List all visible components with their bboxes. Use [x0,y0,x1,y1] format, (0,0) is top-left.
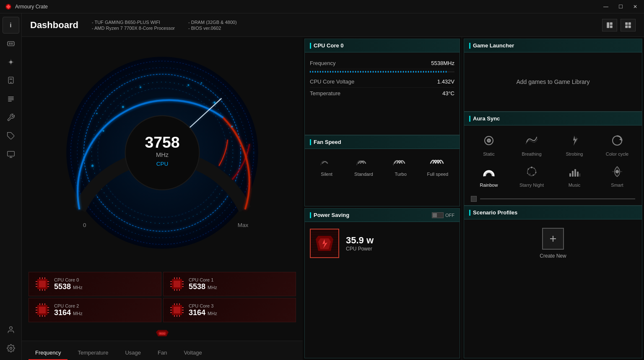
svg-point-20 [9,327,12,330]
spec-bios: - BIOS ver.0602 [188,26,237,31]
sidebar-item-settings[interactable] [3,340,19,357]
layout-icon-2 [624,21,632,29]
cpu-card-1-label: CPU Core 1 [189,277,217,282]
aura-mode-rainbow[interactable]: Rainbow [469,162,509,189]
spec-cpu: - AMD Ryzen 7 7700X 8-Core Processor [92,26,175,31]
aura-colorcycle-label: Color cycle [606,151,628,157]
scenario-profiles-widget: Scenario Profiles Create New [464,206,642,358]
tab-usage[interactable]: Usage [118,346,148,360]
view-toggle-1[interactable] [602,19,617,31]
svg-point-120 [531,167,532,168]
view-toggle-2[interactable] [621,19,636,31]
fan-silent-icon [318,154,335,169]
sidebar-item-tools[interactable] [3,91,19,107]
create-new-label: Create New [540,253,566,259]
scenario-profiles-title: Scenario Profiles [469,209,517,216]
aura-smart-label: Smart [611,183,623,188]
sidebar-item-info[interactable]: i [3,17,19,34]
sidebar-item-device[interactable] [3,72,19,89]
aura-sync-widget: Aura Sync [464,112,642,206]
spec-motherboard: - TUF GAMING B650-PLUS WIFI [92,20,175,25]
svg-text:ROG: ROG [159,332,165,335]
brightness-slider[interactable] [480,198,635,199]
tab-usage-label: Usage [125,350,141,356]
tab-temperature[interactable]: Temperature [71,346,115,360]
svg-point-50 [96,113,97,114]
aura-mode-static[interactable]: Static [469,130,509,158]
sidebar-item-aura[interactable] [3,54,19,70]
power-saving-widget: Power Saving OFF [304,208,460,358]
cpu-core0-widget: CPU Core 0 Frequency 5538MHz CPU C [304,39,460,135]
tab-frequency[interactable]: Frequency [29,346,68,360]
game-launcher-title: Game Launcher [469,42,514,49]
cpu-card-2: CPU Core 2 3164 MHz [29,298,161,322]
tab-voltage[interactable]: Voltage [177,346,208,360]
fan-mode-silent[interactable]: Silent [310,154,343,177]
svg-rect-26 [628,22,631,25]
aura-mode-starrynight[interactable]: Starry Night [512,162,551,189]
fan-fullspeed-label: Full speed [427,172,448,177]
app-title: Armoury Crate [15,4,48,10]
header-actions [602,19,636,31]
svg-point-119 [527,173,528,174]
aura-mode-smart[interactable]: Smart [597,162,637,189]
rog-logo-container: ROG [22,326,303,341]
aura-music-label: Music [569,183,581,188]
fan-standard-icon [355,154,372,169]
close-button[interactable]: ✕ [631,4,639,10]
cpu-card-1: CPU Core 1 5538 MHz [163,272,296,296]
cpu-cards-grid: CPU Core 0 5538 MHz [22,269,303,326]
game-launcher-header: Game Launcher [464,39,642,52]
svg-rect-27 [625,25,628,28]
aura-breathing-label: Breathing [522,151,541,157]
cpu-chip-icon-1 [169,277,184,292]
svg-point-111 [488,140,490,141]
aura-mode-colorcycle[interactable]: Color cycle [597,130,637,158]
toggle-box[interactable] [432,212,444,218]
game-launcher-body: Add games to Game Library [464,52,642,111]
tab-voltage-label: Voltage [184,350,202,356]
svg-point-43 [122,106,124,108]
aura-mode-breathing[interactable]: Breathing [512,130,551,158]
power-icon-container [310,229,339,258]
stat-voltage-value: 1.432V [437,78,454,85]
aura-brightness-control [464,194,642,205]
gauge-container: 3758 MHz CPU 0 Max [22,37,303,269]
aura-icon [7,58,15,66]
fan-mode-turbo[interactable]: Turbo [384,154,418,177]
svg-point-21 [10,347,12,350]
minimize-button[interactable]: — [602,4,610,10]
svg-rect-95 [174,307,180,313]
sidebar-item-hardware[interactable] [3,35,19,52]
tab-frequency-label: Frequency [35,350,61,356]
scenario-profiles-body: Create New [464,219,642,267]
fan-mode-fullspeed[interactable]: Full speed [421,154,454,177]
layout-icon-1 [606,21,613,29]
sidebar-item-wrench[interactable] [3,109,19,126]
fan-speed-title: Fan Speed [310,139,341,145]
sidebar-item-display[interactable] [3,146,19,163]
game-launcher-widget: Game Launcher Add games to Game Library [464,39,642,112]
cpu-card-0-value-row: 5538 MHz [54,282,83,291]
maximize-button[interactable]: ☐ [617,4,625,10]
aura-mode-strobing[interactable]: Strobing [555,130,594,158]
sidebar-item-user[interactable] [3,321,19,338]
game-launcher-empty-text: Add games to Game Library [516,78,589,85]
fan-standard-label: Standard [354,172,373,177]
power-saving-body: 35.9 w CPU Power [305,222,460,265]
sidebar-item-tag[interactable] [3,128,19,144]
tab-fan[interactable]: Fan [151,346,174,360]
fan-mode-standard[interactable]: Standard [347,154,380,177]
rog-power-icon [314,234,335,253]
power-saving-toggle[interactable]: OFF [432,212,454,218]
aura-mode-music[interactable]: Music [555,162,594,189]
tab-fan-label: Fan [158,350,167,356]
stat-frequency-label: Frequency [310,60,335,66]
stat-frequency-value: 5538MHz [431,60,454,66]
create-new-button[interactable] [542,228,564,250]
svg-rect-28 [628,25,631,28]
cpu-card-1-value: 5538 [189,282,208,291]
spec-dram: - DRAM (32GB & 4800) [188,20,237,25]
aura-starrynight-icon [523,163,540,180]
aura-starrynight-label: Starry Night [519,183,544,188]
